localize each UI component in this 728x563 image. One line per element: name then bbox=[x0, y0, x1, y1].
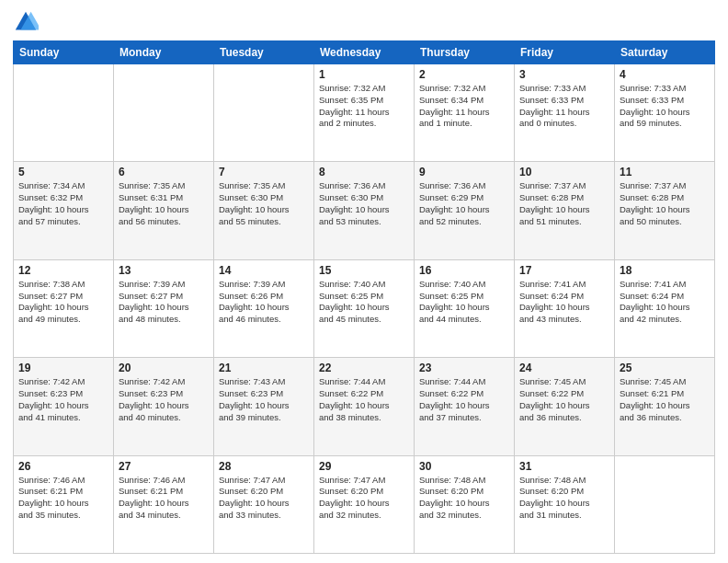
day-info: Sunrise: 7:40 AM Sunset: 6:25 PM Dayligh… bbox=[319, 279, 409, 326]
weekday-header-monday: Monday bbox=[114, 41, 214, 64]
day-info: Sunrise: 7:44 AM Sunset: 6:22 PM Dayligh… bbox=[319, 376, 409, 423]
calendar-cell: 8Sunrise: 7:36 AM Sunset: 6:30 PM Daylig… bbox=[314, 162, 415, 259]
calendar-cell: 19Sunrise: 7:42 AM Sunset: 6:23 PM Dayli… bbox=[14, 358, 114, 455]
logo bbox=[13, 9, 42, 35]
day-info: Sunrise: 7:33 AM Sunset: 6:33 PM Dayligh… bbox=[620, 83, 710, 130]
calendar-cell: 10Sunrise: 7:37 AM Sunset: 6:28 PM Dayli… bbox=[515, 162, 615, 259]
day-number: 23 bbox=[419, 362, 509, 374]
calendar-cell: 21Sunrise: 7:43 AM Sunset: 6:23 PM Dayli… bbox=[214, 358, 314, 455]
calendar-cell: 17Sunrise: 7:41 AM Sunset: 6:24 PM Dayli… bbox=[515, 259, 615, 357]
day-info: Sunrise: 7:46 AM Sunset: 6:21 PM Dayligh… bbox=[119, 475, 209, 522]
day-info: Sunrise: 7:46 AM Sunset: 6:21 PM Dayligh… bbox=[18, 475, 108, 522]
day-number: 30 bbox=[419, 460, 509, 473]
calendar-cell: 13Sunrise: 7:39 AM Sunset: 6:27 PM Dayli… bbox=[114, 259, 214, 357]
calendar-cell: 24Sunrise: 7:45 AM Sunset: 6:22 PM Dayli… bbox=[515, 358, 615, 455]
day-info: Sunrise: 7:45 AM Sunset: 6:22 PM Dayligh… bbox=[519, 376, 609, 423]
calendar-cell: 14Sunrise: 7:39 AM Sunset: 6:26 PM Dayli… bbox=[214, 259, 314, 357]
day-info: Sunrise: 7:45 AM Sunset: 6:21 PM Dayligh… bbox=[620, 376, 710, 423]
day-info: Sunrise: 7:39 AM Sunset: 6:27 PM Dayligh… bbox=[119, 279, 209, 326]
day-number: 9 bbox=[419, 166, 509, 178]
day-info: Sunrise: 7:48 AM Sunset: 6:20 PM Dayligh… bbox=[519, 475, 609, 522]
day-info: Sunrise: 7:42 AM Sunset: 6:23 PM Dayligh… bbox=[119, 376, 209, 423]
calendar-cell: 6Sunrise: 7:35 AM Sunset: 6:31 PM Daylig… bbox=[114, 162, 214, 259]
day-number: 18 bbox=[620, 264, 710, 277]
calendar-cell: 31Sunrise: 7:48 AM Sunset: 6:20 PM Dayli… bbox=[515, 455, 615, 553]
day-number: 5 bbox=[18, 166, 108, 178]
calendar-cell: 30Sunrise: 7:48 AM Sunset: 6:20 PM Dayli… bbox=[415, 455, 515, 553]
day-info: Sunrise: 7:32 AM Sunset: 6:35 PM Dayligh… bbox=[319, 83, 409, 130]
calendar-week-5: 26Sunrise: 7:46 AM Sunset: 6:21 PM Dayli… bbox=[14, 455, 715, 553]
day-info: Sunrise: 7:47 AM Sunset: 6:20 PM Dayligh… bbox=[219, 475, 309, 522]
calendar-cell: 9Sunrise: 7:36 AM Sunset: 6:29 PM Daylig… bbox=[415, 162, 515, 259]
day-number: 3 bbox=[519, 68, 609, 81]
calendar-cell: 1Sunrise: 7:32 AM Sunset: 6:35 PM Daylig… bbox=[314, 64, 415, 162]
calendar-week-1: 1Sunrise: 7:32 AM Sunset: 6:35 PM Daylig… bbox=[14, 64, 715, 162]
header bbox=[13, 9, 715, 35]
calendar-cell: 5Sunrise: 7:34 AM Sunset: 6:32 PM Daylig… bbox=[14, 162, 114, 259]
day-number: 14 bbox=[219, 264, 309, 277]
calendar-cell: 23Sunrise: 7:44 AM Sunset: 6:22 PM Dayli… bbox=[415, 358, 515, 455]
weekday-header-tuesday: Tuesday bbox=[214, 41, 314, 64]
calendar-cell: 3Sunrise: 7:33 AM Sunset: 6:33 PM Daylig… bbox=[515, 64, 615, 162]
calendar-cell bbox=[14, 64, 114, 162]
day-number: 11 bbox=[620, 166, 710, 178]
calendar-table: SundayMondayTuesdayWednesdayThursdayFrid… bbox=[13, 40, 715, 554]
day-info: Sunrise: 7:37 AM Sunset: 6:28 PM Dayligh… bbox=[620, 180, 710, 227]
day-info: Sunrise: 7:40 AM Sunset: 6:25 PM Dayligh… bbox=[419, 279, 509, 326]
day-number: 8 bbox=[319, 166, 409, 178]
calendar-week-2: 5Sunrise: 7:34 AM Sunset: 6:32 PM Daylig… bbox=[14, 162, 715, 259]
day-info: Sunrise: 7:48 AM Sunset: 6:20 PM Dayligh… bbox=[419, 475, 509, 522]
calendar-week-4: 19Sunrise: 7:42 AM Sunset: 6:23 PM Dayli… bbox=[14, 358, 715, 455]
day-info: Sunrise: 7:44 AM Sunset: 6:22 PM Dayligh… bbox=[419, 376, 509, 423]
weekday-header-friday: Friday bbox=[515, 41, 615, 64]
day-info: Sunrise: 7:32 AM Sunset: 6:34 PM Dayligh… bbox=[419, 83, 509, 130]
day-info: Sunrise: 7:41 AM Sunset: 6:24 PM Dayligh… bbox=[620, 279, 710, 326]
day-info: Sunrise: 7:33 AM Sunset: 6:33 PM Dayligh… bbox=[519, 83, 609, 130]
day-number: 1 bbox=[319, 68, 409, 81]
day-info: Sunrise: 7:34 AM Sunset: 6:32 PM Dayligh… bbox=[18, 180, 108, 227]
day-number: 19 bbox=[18, 362, 108, 374]
day-number: 10 bbox=[519, 166, 609, 178]
calendar-cell: 22Sunrise: 7:44 AM Sunset: 6:22 PM Dayli… bbox=[314, 358, 415, 455]
day-info: Sunrise: 7:35 AM Sunset: 6:31 PM Dayligh… bbox=[119, 180, 209, 227]
day-number: 20 bbox=[119, 362, 209, 374]
day-number: 28 bbox=[219, 460, 309, 473]
calendar-cell bbox=[615, 455, 715, 553]
day-number: 7 bbox=[219, 166, 309, 178]
calendar-cell bbox=[214, 64, 314, 162]
calendar-cell: 20Sunrise: 7:42 AM Sunset: 6:23 PM Dayli… bbox=[114, 358, 214, 455]
calendar-cell: 25Sunrise: 7:45 AM Sunset: 6:21 PM Dayli… bbox=[615, 358, 715, 455]
logo-icon bbox=[13, 9, 39, 35]
weekday-header-row: SundayMondayTuesdayWednesdayThursdayFrid… bbox=[14, 41, 715, 64]
day-info: Sunrise: 7:35 AM Sunset: 6:30 PM Dayligh… bbox=[219, 180, 309, 227]
weekday-header-saturday: Saturday bbox=[615, 41, 715, 64]
day-number: 22 bbox=[319, 362, 409, 374]
day-info: Sunrise: 7:43 AM Sunset: 6:23 PM Dayligh… bbox=[219, 376, 309, 423]
calendar-cell: 4Sunrise: 7:33 AM Sunset: 6:33 PM Daylig… bbox=[615, 64, 715, 162]
day-info: Sunrise: 7:42 AM Sunset: 6:23 PM Dayligh… bbox=[18, 376, 108, 423]
day-number: 21 bbox=[219, 362, 309, 374]
day-info: Sunrise: 7:38 AM Sunset: 6:27 PM Dayligh… bbox=[18, 279, 108, 326]
weekday-header-wednesday: Wednesday bbox=[314, 41, 415, 64]
day-info: Sunrise: 7:37 AM Sunset: 6:28 PM Dayligh… bbox=[519, 180, 609, 227]
calendar-cell: 11Sunrise: 7:37 AM Sunset: 6:28 PM Dayli… bbox=[615, 162, 715, 259]
calendar-cell: 15Sunrise: 7:40 AM Sunset: 6:25 PM Dayli… bbox=[314, 259, 415, 357]
day-number: 12 bbox=[18, 264, 108, 277]
calendar-week-3: 12Sunrise: 7:38 AM Sunset: 6:27 PM Dayli… bbox=[14, 259, 715, 357]
day-number: 31 bbox=[519, 460, 609, 473]
day-number: 15 bbox=[319, 264, 409, 277]
day-info: Sunrise: 7:47 AM Sunset: 6:20 PM Dayligh… bbox=[319, 475, 409, 522]
calendar-cell: 12Sunrise: 7:38 AM Sunset: 6:27 PM Dayli… bbox=[14, 259, 114, 357]
day-number: 16 bbox=[419, 264, 509, 277]
day-number: 24 bbox=[519, 362, 609, 374]
calendar-cell: 7Sunrise: 7:35 AM Sunset: 6:30 PM Daylig… bbox=[214, 162, 314, 259]
calendar-cell: 2Sunrise: 7:32 AM Sunset: 6:34 PM Daylig… bbox=[415, 64, 515, 162]
day-number: 17 bbox=[519, 264, 609, 277]
day-info: Sunrise: 7:39 AM Sunset: 6:26 PM Dayligh… bbox=[219, 279, 309, 326]
day-info: Sunrise: 7:41 AM Sunset: 6:24 PM Dayligh… bbox=[519, 279, 609, 326]
day-number: 4 bbox=[620, 68, 710, 81]
calendar-cell: 18Sunrise: 7:41 AM Sunset: 6:24 PM Dayli… bbox=[615, 259, 715, 357]
day-number: 6 bbox=[119, 166, 209, 178]
calendar-cell: 28Sunrise: 7:47 AM Sunset: 6:20 PM Dayli… bbox=[214, 455, 314, 553]
day-number: 26 bbox=[18, 460, 108, 473]
